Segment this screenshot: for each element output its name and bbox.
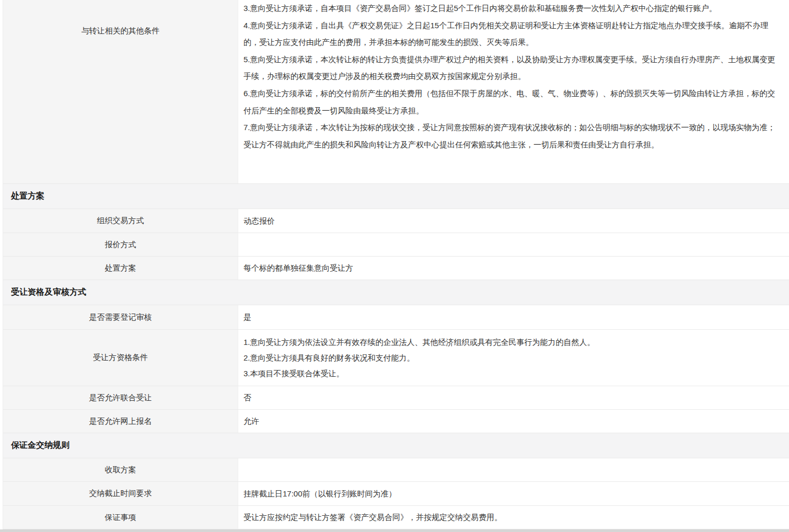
table-row: 组织交易方式 动态报价: [3, 209, 789, 233]
row-label: 受让方资格条件: [3, 330, 238, 386]
value-text: 每个标的都单独征集意向受让方: [243, 260, 781, 276]
section-header-deposit-rules: 保证金交纳规则: [3, 433, 789, 458]
section-header-disposal-plan: 处置方案: [3, 184, 789, 209]
value-text: 否: [243, 390, 781, 406]
listing-detail-table: 与转让相关的其他条件 3.意向受让方须承诺，自本项目《资产交易合同》签订之日起5…: [3, 0, 789, 529]
value-text: 允许: [243, 413, 781, 429]
table-row: 与转让相关的其他条件 3.意向受让方须承诺，自本项目《资产交易合同》签订之日起5…: [3, 0, 789, 184]
value-paragraph: 6.意向受让方须承诺，标的交付前所产生的相关费用（包括但不限于房屋的水、电、暖、…: [243, 85, 781, 119]
value-paragraph: 3.意向受让方须承诺，自本项目《资产交易合同》签订之日起5个工作日内将交易价款和…: [243, 0, 781, 17]
row-label: 是否需要登记审核: [3, 305, 238, 329]
bottom-edge-bar: [0, 529, 789, 532]
value-paragraph: 7.意向受让方须承诺，本次转让为按标的现状交接，受让方同意按照标的资产现有状况接…: [243, 119, 781, 153]
row-value: 3.意向受让方须承诺，自本项目《资产交易合同》签订之日起5个工作日内将交易价款和…: [238, 0, 789, 183]
table-row: 是否允许联合受让 否: [3, 386, 789, 410]
table-row: 是否需要登记审核 是: [3, 305, 789, 330]
row-value: 1.意向受让方须为依法设立并有效存续的企业法人、其他经济组织或具有完全民事行为能…: [238, 330, 789, 386]
row-label: 保证事项: [3, 506, 238, 529]
table-row: 受让方资格条件 1.意向受让方须为依法设立并有效存续的企业法人、其他经济组织或具…: [3, 330, 789, 386]
table-row: 报价方式: [3, 233, 789, 257]
row-value: [238, 458, 789, 481]
row-label: 交纳截止时间要求: [3, 482, 238, 505]
table-row: 处置方案 每个标的都单独征集意向受让方: [3, 257, 789, 280]
row-label: 处置方案: [3, 257, 238, 280]
value-paragraph: 1.意向受让方须为依法设立并有效存续的企业法人、其他经济组织或具有完全民事行为能…: [243, 334, 781, 350]
value-text: 是: [243, 309, 781, 325]
table-row: 是否允许网上报名 允许: [3, 410, 789, 433]
row-value: 动态报价: [238, 209, 789, 233]
row-value: 挂牌截止日17:00前（以银行到账时间为准）: [238, 482, 789, 505]
row-label: 与转让相关的其他条件: [3, 0, 238, 183]
row-value: 受让方应按约定与转让方签署《资产交易合同》，并按规定交纳交易费用。: [238, 506, 789, 529]
value-paragraph: 3.本项目不接受联合体受让。: [243, 366, 781, 381]
value-text: 挂牌截止日17:00前（以银行到账时间为准）: [243, 486, 781, 502]
section-header-transferee-qualification: 受让资格及审核方式: [3, 280, 789, 305]
value-paragraph: 2.意向受让方须具有良好的财务状况和支付能力。: [243, 350, 781, 366]
table-row: 保证事项 受让方应按约定与转让方签署《资产交易合同》，并按规定交纳交易费用。: [3, 506, 789, 529]
table-row: 收取方案: [3, 458, 789, 482]
row-value: 是: [238, 305, 789, 329]
row-value: 每个标的都单独征集意向受让方: [238, 257, 789, 280]
value-text: 受让方应按约定与转让方签署《资产交易合同》，并按规定交纳交易费用。: [243, 510, 781, 525]
row-label: 报价方式: [3, 233, 238, 256]
row-label: 是否允许联合受让: [3, 386, 238, 409]
value-paragraph: 4.意向受让方须承诺，自出具《产权交易凭证》之日起15个工作日内凭相关交易证明和…: [243, 17, 781, 51]
value-text: 动态报价: [243, 213, 781, 229]
row-value: 允许: [238, 410, 789, 433]
row-value: 否: [238, 386, 789, 409]
value-paragraph: 5.意向受让方须承诺，本次转让标的转让方负责提供办理产权过户的相关资料，以及协助…: [243, 51, 781, 85]
row-value: [238, 233, 789, 256]
row-label: 是否允许网上报名: [3, 410, 238, 433]
row-label: 收取方案: [3, 458, 238, 481]
table-row: 交纳截止时间要求 挂牌截止日17:00前（以银行到账时间为准）: [3, 482, 789, 506]
row-label: 组织交易方式: [3, 209, 238, 233]
